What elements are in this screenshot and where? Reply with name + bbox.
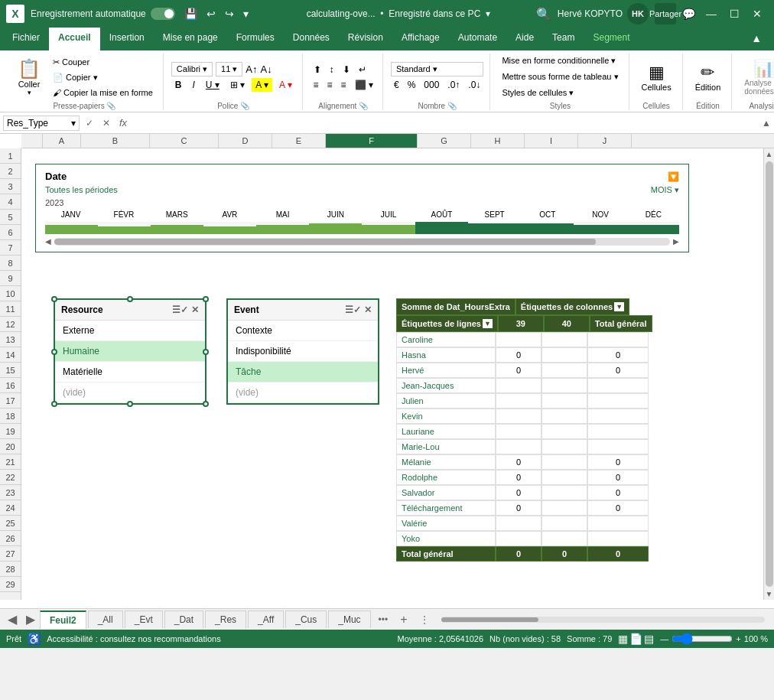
tab-evt[interactable]: _Evt bbox=[125, 610, 163, 628]
page-break-button[interactable]: ▤ bbox=[644, 633, 654, 645]
scroll-down-button[interactable]: ▼ bbox=[764, 588, 774, 600]
h-scroll-thumb[interactable] bbox=[441, 617, 538, 622]
bar-jul[interactable] bbox=[362, 225, 415, 234]
thousands-button[interactable]: 000 bbox=[421, 78, 442, 92]
tab-donnees[interactable]: Données bbox=[284, 28, 339, 50]
formula-expand-button[interactable]: ▲ bbox=[762, 118, 771, 129]
save-button[interactable]: 💾 bbox=[181, 6, 200, 21]
font-decrease-button[interactable]: A↓ bbox=[261, 63, 272, 75]
event-slicer-multiselect-icon[interactable]: ☰✓ bbox=[345, 304, 361, 315]
mise-forme-conditionnelle-button[interactable]: Mise en forme conditionnelle ▾ bbox=[498, 54, 622, 68]
event-slicer-item-tache[interactable]: Tâche bbox=[228, 362, 378, 383]
couper-button[interactable]: ✂ Couper bbox=[49, 55, 157, 70]
tab-feuil2[interactable]: Feuil2 bbox=[40, 610, 86, 629]
zoom-slider[interactable] bbox=[672, 633, 733, 645]
event-slicer-item-indisponibilite[interactable]: Indisponibilité bbox=[228, 341, 378, 362]
function-cancel-button[interactable]: ✕ bbox=[99, 118, 113, 129]
comments-button[interactable]: 💬 bbox=[678, 3, 699, 24]
merge-button[interactable]: ⬛ ▾ bbox=[352, 78, 376, 92]
tab-automate[interactable]: Automate bbox=[449, 28, 506, 50]
bar-apr[interactable] bbox=[203, 226, 256, 234]
align-center-button[interactable]: ≡ bbox=[324, 78, 336, 92]
tab-team[interactable]: Team bbox=[543, 28, 584, 50]
redo-button[interactable]: ↪ bbox=[222, 6, 237, 21]
bar-mar[interactable] bbox=[151, 225, 203, 234]
sheet-nav-right[interactable]: ▶ bbox=[21, 610, 40, 628]
tab-formules[interactable]: Formules bbox=[227, 28, 284, 50]
tab-mise-en-page[interactable]: Mise en page bbox=[154, 28, 227, 50]
font-color-button[interactable]: A ▾ bbox=[275, 78, 296, 92]
normal-view-button[interactable]: ▦ bbox=[618, 633, 628, 645]
handle-mr[interactable] bbox=[203, 349, 209, 355]
tab-insertion[interactable]: Insertion bbox=[100, 28, 154, 50]
formula-input[interactable] bbox=[133, 118, 759, 129]
col-header-E[interactable]: E bbox=[272, 134, 326, 148]
col-header-G[interactable]: G bbox=[418, 134, 471, 148]
align-bottom-button[interactable]: ⬇ bbox=[340, 63, 353, 77]
bar-oct[interactable] bbox=[521, 223, 574, 234]
wrap-text-button[interactable]: ↵ bbox=[356, 63, 369, 77]
share-button[interactable]: Partager bbox=[655, 3, 676, 24]
tab-all[interactable]: _All bbox=[88, 610, 123, 628]
copier-format-button[interactable]: 🖌 Copier la mise en forme bbox=[49, 86, 157, 99]
pivot-col-header-label[interactable]: Étiquettes de colonnes ▼ bbox=[515, 298, 629, 315]
align-right-button[interactable]: ≡ bbox=[338, 78, 350, 92]
col-header-H[interactable]: H bbox=[471, 134, 525, 148]
align-left-button[interactable]: ≡ bbox=[311, 78, 322, 92]
border-button[interactable]: ⊞ ▾ bbox=[226, 78, 249, 92]
bar-feb[interactable] bbox=[98, 226, 151, 234]
add-sheet-button[interactable]: + bbox=[394, 610, 413, 630]
bar-sep[interactable] bbox=[468, 223, 521, 234]
function-check-button[interactable]: ✓ bbox=[83, 118, 96, 129]
tab-aff[interactable]: _Aff bbox=[248, 610, 284, 628]
col-header-F[interactable]: F bbox=[326, 134, 418, 148]
tab-affichage[interactable]: Affichage bbox=[392, 28, 449, 50]
decimal-increase-button[interactable]: .0↑ bbox=[444, 78, 463, 92]
handle-tm[interactable] bbox=[127, 296, 133, 302]
user-avatar[interactable]: HK bbox=[627, 3, 649, 24]
auto-save-toggle[interactable] bbox=[151, 8, 175, 20]
event-slicer-item-vide[interactable]: (vide) bbox=[228, 383, 378, 403]
handle-tr[interactable] bbox=[203, 296, 209, 302]
italic-button[interactable]: I bbox=[189, 78, 199, 92]
bar-aug[interactable] bbox=[415, 222, 468, 234]
zoom-in-button[interactable]: + bbox=[736, 634, 740, 643]
sheet-options-button[interactable]: ⋮ bbox=[414, 611, 435, 628]
name-box[interactable]: Res_Type ▾ bbox=[3, 116, 80, 131]
decimal-decrease-button[interactable]: .0↓ bbox=[465, 78, 483, 92]
scroll-right-arrow[interactable]: ▶ bbox=[673, 237, 679, 246]
number-format-select[interactable]: Standard ▾ bbox=[391, 62, 483, 77]
coller-button[interactable]: 📋 Coller ▾ bbox=[12, 55, 46, 99]
col-header-A[interactable]: A bbox=[43, 134, 81, 148]
sheet-nav-left[interactable]: ◀ bbox=[3, 610, 21, 628]
handle-br[interactable] bbox=[203, 401, 209, 407]
handle-bm[interactable] bbox=[127, 401, 133, 407]
pivot-row-header-label[interactable]: Étiquettes de lignes ▼ bbox=[396, 315, 498, 332]
page-layout-button[interactable]: 📄 bbox=[629, 633, 642, 645]
date-scrollbar[interactable] bbox=[54, 238, 670, 246]
col-header-I[interactable]: I bbox=[525, 134, 578, 148]
align-top-button[interactable]: ⬆ bbox=[311, 63, 324, 77]
tab-fichier[interactable]: Fichier bbox=[3, 28, 49, 50]
align-middle-button[interactable]: ↕ bbox=[327, 63, 337, 77]
event-slicer-item-contexte[interactable]: Contexte bbox=[228, 321, 378, 341]
bar-may[interactable] bbox=[256, 225, 309, 234]
tab-aide[interactable]: Aide bbox=[506, 28, 543, 50]
col-header-J[interactable]: J bbox=[578, 134, 632, 148]
handle-ml[interactable] bbox=[51, 349, 57, 355]
mettre-forme-tableau-button[interactable]: Mettre sous forme de tableau ▾ bbox=[498, 70, 622, 84]
search-button[interactable]: 🔍 bbox=[536, 7, 551, 21]
scroll-up-button[interactable]: ▲ bbox=[764, 148, 774, 160]
vertical-scrollbar[interactable]: ▲ ▼ bbox=[763, 148, 774, 600]
bar-nov[interactable] bbox=[574, 225, 626, 234]
tab-segment[interactable]: Segment bbox=[584, 28, 639, 50]
ribbon-expand[interactable]: ▲ bbox=[742, 28, 771, 50]
font-name-input[interactable]: Calibri ▾ bbox=[171, 62, 213, 77]
col-header-D[interactable]: D bbox=[219, 134, 272, 148]
font-size-input[interactable]: 11 ▾ bbox=[216, 62, 242, 77]
resource-slicer-multiselect-icon[interactable]: ☰✓ bbox=[172, 304, 188, 315]
styles-cellules-button[interactable]: Styles de cellules ▾ bbox=[498, 86, 622, 100]
bold-button[interactable]: B bbox=[171, 78, 186, 92]
underline-button[interactable]: U ▾ bbox=[202, 78, 223, 92]
handle-bl[interactable] bbox=[51, 401, 57, 407]
